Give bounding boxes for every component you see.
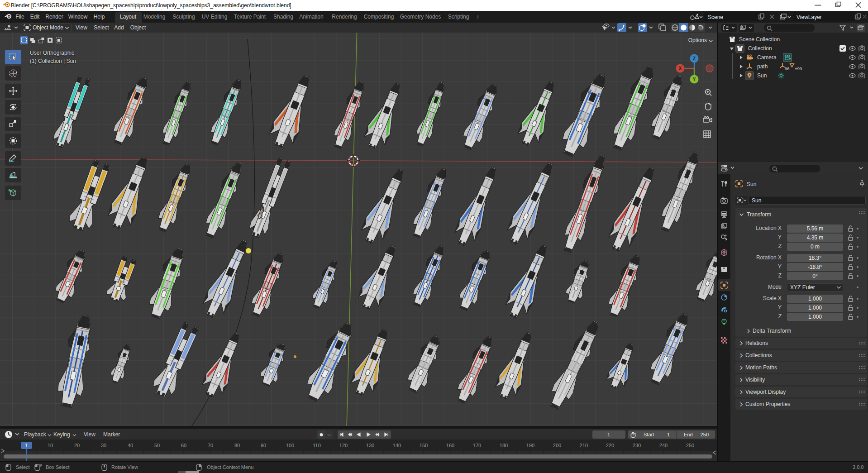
svg-text:Y: Y (693, 77, 696, 82)
svg-text:X: X (679, 66, 682, 71)
svg-text:Z: Z (693, 56, 696, 61)
